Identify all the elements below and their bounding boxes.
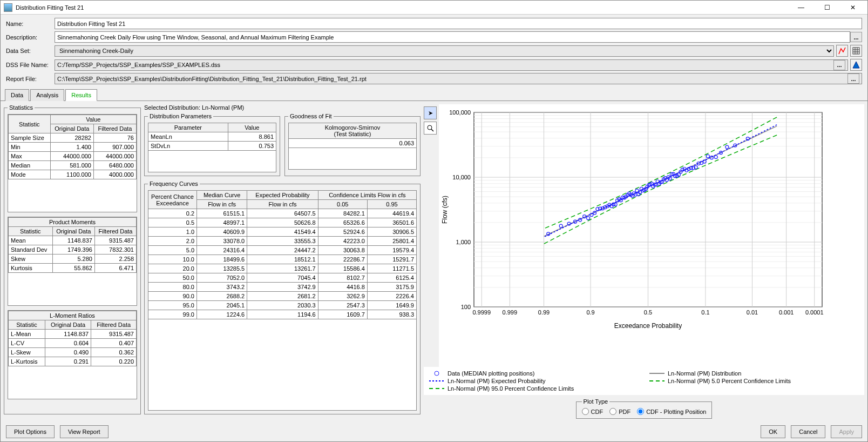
name-label: Name: bbox=[6, 21, 55, 27]
freq-legend: Frequency Curves bbox=[148, 180, 200, 187]
frequency-table: Percent Chance Exceedance Median Curve E… bbox=[148, 190, 417, 319]
svg-rect-0 bbox=[853, 48, 859, 54]
ok-button[interactable]: OK bbox=[761, 425, 785, 438]
description-browse-button[interactable]: ... bbox=[850, 32, 862, 42]
zoom-tool-icon[interactable] bbox=[424, 122, 437, 135]
table-cell: 30906.5 bbox=[367, 227, 416, 237]
svg-point-130 bbox=[587, 217, 590, 220]
distribution-parameters-group: Distribution Parameters ParameterValue M… bbox=[144, 113, 280, 176]
minimize-icon[interactable]: — bbox=[793, 4, 809, 11]
table-cell: 41549.4 bbox=[247, 227, 318, 237]
table-cell: 1749.396 bbox=[52, 245, 94, 255]
table-cell: 44000.000 bbox=[50, 152, 93, 161]
description-input[interactable] bbox=[55, 31, 850, 43]
table-cell: Sample Size bbox=[9, 133, 51, 143]
table-cell: 18512.1 bbox=[247, 255, 318, 264]
svg-text:Flow (cfs): Flow (cfs) bbox=[441, 196, 449, 224]
table-cell: 13285.5 bbox=[197, 264, 247, 273]
apply-button[interactable]: Apply bbox=[831, 425, 862, 438]
app-icon bbox=[4, 3, 12, 12]
table-cell: 0.753 bbox=[228, 142, 276, 151]
legend-item: Data (MEDIAN plotting positions) bbox=[429, 370, 639, 377]
table-cell: 10.0 bbox=[148, 255, 197, 264]
table-cell: 1224.6 bbox=[197, 310, 247, 319]
table-cell: 20.0 bbox=[148, 264, 197, 273]
table-cell: 24316.4 bbox=[197, 246, 247, 255]
col-statistic: Statistic bbox=[9, 115, 51, 133]
table-cell: 64507.5 bbox=[247, 209, 318, 218]
table-cell: 6.471 bbox=[94, 264, 136, 273]
plot-type-group: Plot Type CDF PDF CDF - Plotting Positio… bbox=[576, 398, 713, 419]
table-cell: 3175.9 bbox=[367, 283, 416, 292]
table-cell: L-Mean bbox=[9, 330, 45, 339]
dssfile-label: DSS File Name: bbox=[6, 62, 55, 68]
svg-text:100: 100 bbox=[461, 304, 471, 310]
dss-icon[interactable] bbox=[850, 59, 862, 71]
table-cell: Standard Dev bbox=[9, 245, 53, 255]
pointer-tool-icon[interactable]: ➤ bbox=[424, 106, 437, 119]
table-cell: 1.0 bbox=[148, 227, 197, 237]
tab-results[interactable]: Results bbox=[65, 89, 97, 101]
maximize-icon[interactable]: ☐ bbox=[819, 4, 835, 11]
report-browse-button[interactable]: ... bbox=[847, 73, 859, 84]
svg-text:0.1: 0.1 bbox=[701, 309, 709, 316]
legend-item: Ln-Normal (PM) Expected Probability bbox=[429, 378, 639, 384]
table-cell: Median bbox=[9, 161, 51, 170]
col-filtered: Filtered Data bbox=[93, 124, 136, 133]
main-window: Distribution Fitting Test 21 — ☐ ✕ Name:… bbox=[0, 0, 868, 442]
table-cell: 938.3 bbox=[367, 310, 416, 319]
table-cell: 0.407 bbox=[91, 339, 137, 348]
lm-title: L-Moment Ratios bbox=[9, 311, 137, 320]
table-icon[interactable] bbox=[850, 45, 862, 57]
svg-text:Exceedance Probability: Exceedance Probability bbox=[614, 322, 682, 330]
table-cell: 84282.1 bbox=[318, 209, 367, 218]
goodness-of-fit-group: Goodness of Fit Kolmogorov-Smirnov(Test … bbox=[284, 113, 421, 176]
dataset-select[interactable]: Sinnemahoning Creek-Daily bbox=[55, 45, 834, 57]
table-cell: 2.258 bbox=[94, 255, 136, 264]
radio-cdf[interactable]: CDF bbox=[582, 408, 603, 415]
svg-point-65 bbox=[714, 156, 717, 159]
table-cell: 90.0 bbox=[148, 292, 197, 301]
radio-pdf[interactable]: PDF bbox=[609, 408, 630, 415]
product-moments-table: Product Moments StatisticOriginal DataFi… bbox=[8, 217, 137, 273]
close-icon[interactable]: ✕ bbox=[845, 4, 861, 11]
plot-type-legend: Plot Type bbox=[582, 398, 610, 405]
name-input[interactable] bbox=[55, 18, 862, 29]
plot-icon[interactable] bbox=[836, 45, 848, 57]
col-original: Original Data bbox=[50, 124, 93, 133]
dp-legend: Distribution Parameters bbox=[148, 113, 213, 119]
svg-text:1,000: 1,000 bbox=[456, 239, 471, 245]
cancel-button[interactable]: Cancel bbox=[791, 425, 825, 438]
table-cell: 33555.3 bbox=[247, 237, 318, 246]
plot-options-button[interactable]: Plot Options bbox=[6, 425, 55, 438]
table-cell: 15291.7 bbox=[367, 255, 416, 264]
radio-cdf-plotting-position[interactable]: CDF - Plotting Position bbox=[637, 408, 706, 415]
table-cell: 0.5 bbox=[148, 218, 197, 227]
tab-analysis[interactable]: Analysis bbox=[30, 89, 64, 101]
table-cell: 19579.4 bbox=[367, 246, 416, 255]
table-cell: Kurtosis bbox=[9, 264, 53, 273]
tab-data[interactable]: Data bbox=[5, 89, 29, 101]
table-cell: 3742.9 bbox=[247, 283, 318, 292]
table-cell: 22286.7 bbox=[318, 255, 367, 264]
table-cell: 40609.9 bbox=[197, 227, 247, 237]
table-cell: 55.862 bbox=[52, 264, 94, 273]
table-cell: 42223.0 bbox=[318, 237, 367, 246]
table-cell: 95.0 bbox=[148, 301, 197, 310]
table-cell: 0.220 bbox=[91, 357, 137, 366]
view-report-button[interactable]: View Report bbox=[60, 425, 109, 438]
l-moment-table: L-Moment Ratios StatisticOriginal DataFi… bbox=[8, 311, 137, 366]
table-cell: Skew bbox=[9, 255, 53, 264]
dssfile-browse-button[interactable]: ... bbox=[833, 60, 845, 70]
results-content: Statistics StatisticValue Original DataF… bbox=[1, 101, 867, 422]
table-cell: 1.400 bbox=[50, 143, 93, 152]
table-cell: L-Skew bbox=[9, 348, 45, 357]
table-cell: 0.604 bbox=[45, 339, 91, 348]
frequency-chart[interactable]: 1001,00010,000100,0000.99990.9990.990.90… bbox=[439, 104, 833, 331]
form-area: Name: Description: ... Data Set: Sinnema… bbox=[1, 15, 867, 88]
table-cell: 1194.6 bbox=[247, 310, 318, 319]
table-cell: 33078.0 bbox=[197, 237, 247, 246]
svg-point-135 bbox=[559, 224, 562, 227]
tabs: Data Analysis Results bbox=[1, 89, 867, 101]
table-cell: 0.2 bbox=[148, 209, 197, 218]
